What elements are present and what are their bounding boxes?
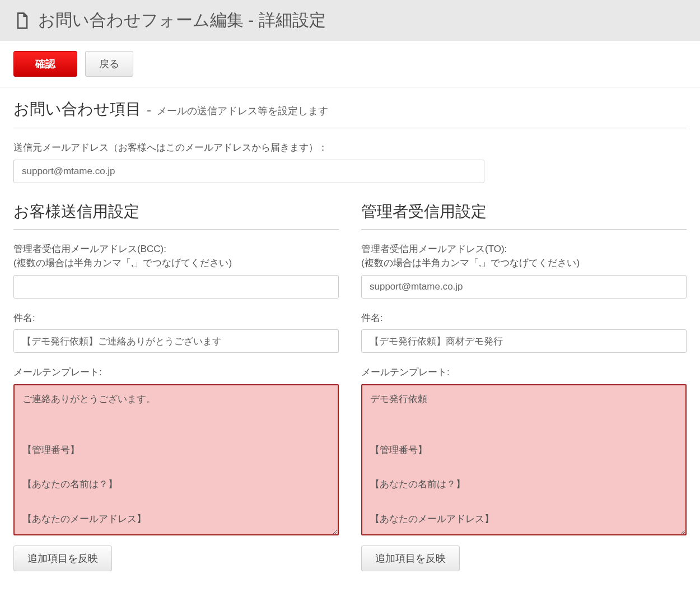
page-header: お問い合わせフォーム編集 - 詳細設定 <box>0 0 700 41</box>
customer-bcc-label: 管理者受信用メールアドレス(BCC): (複数の場合は半角カンマ「,」でつなげて… <box>13 242 339 271</box>
admin-template-textarea[interactable] <box>361 384 687 535</box>
customer-bcc-label-line1: 管理者受信用メールアドレス(BCC): <box>13 244 166 254</box>
admin-to-group: 管理者受信用メールアドレス(TO): (複数の場合は半角カンマ「,」でつなげてく… <box>361 242 687 299</box>
section-title: お問い合わせ項目 <box>13 99 141 120</box>
customer-heading: お客様送信用設定 <box>13 201 339 230</box>
admin-subject-group: 件名: <box>361 311 687 353</box>
admin-apply-button[interactable]: 追加項目を反映 <box>361 546 460 571</box>
content-area: お問い合わせ項目 - メールの送信アドレス等を設定します 送信元メールアドレス（… <box>0 87 700 595</box>
admin-template-label: メールテンプレート: <box>361 365 687 380</box>
customer-subject-label: 件名: <box>13 311 339 325</box>
customer-bcc-label-line2: (複数の場合は半角カンマ「,」でつなげてください) <box>13 258 232 268</box>
customer-column: お客様送信用設定 管理者受信用メールアドレス(BCC): (複数の場合は半角カン… <box>13 201 339 584</box>
sender-email-input[interactable] <box>13 160 484 183</box>
customer-subject-input[interactable] <box>13 329 339 353</box>
back-button[interactable]: 戻る <box>85 51 133 77</box>
admin-subject-label: 件名: <box>361 311 687 325</box>
admin-column: 管理者受信用設定 管理者受信用メールアドレス(TO): (複数の場合は半角カンマ… <box>361 201 687 584</box>
section-separator: - <box>147 102 151 118</box>
document-icon <box>13 12 31 30</box>
sender-email-label: 送信元メールアドレス（お客様へはこのメールアドレスから届きます）： <box>13 141 687 155</box>
section-subtitle: メールの送信アドレス等を設定します <box>157 104 328 118</box>
customer-apply-button[interactable]: 追加項目を反映 <box>13 546 112 571</box>
sender-email-row: 送信元メールアドレス（お客様へはこのメールアドレスから届きます）： <box>13 141 687 183</box>
admin-to-label-line1: 管理者受信用メールアドレス(TO): <box>361 244 507 254</box>
admin-to-label: 管理者受信用メールアドレス(TO): (複数の場合は半角カンマ「,」でつなげてく… <box>361 242 687 271</box>
two-column-layout: お客様送信用設定 管理者受信用メールアドレス(BCC): (複数の場合は半角カン… <box>13 201 687 584</box>
customer-template-textarea[interactable] <box>13 384 339 535</box>
customer-bcc-group: 管理者受信用メールアドレス(BCC): (複数の場合は半角カンマ「,」でつなげて… <box>13 242 339 299</box>
toolbar: 確認 戻る <box>0 41 700 87</box>
admin-subject-input[interactable] <box>361 329 687 353</box>
customer-template-group: メールテンプレート: 追加項目を反映 <box>13 365 339 571</box>
page-title: お問い合わせフォーム編集 - 詳細設定 <box>38 9 326 32</box>
section-header: お問い合わせ項目 - メールの送信アドレス等を設定します <box>13 99 687 128</box>
customer-bcc-input[interactable] <box>13 275 339 299</box>
admin-to-label-line2: (複数の場合は半角カンマ「,」でつなげてください) <box>361 258 580 268</box>
customer-subject-group: 件名: <box>13 311 339 353</box>
admin-template-group: メールテンプレート: 追加項目を反映 <box>361 365 687 571</box>
admin-to-input[interactable] <box>361 275 687 299</box>
confirm-button[interactable]: 確認 <box>13 51 77 77</box>
customer-template-label: メールテンプレート: <box>13 365 339 380</box>
admin-heading: 管理者受信用設定 <box>361 201 687 230</box>
